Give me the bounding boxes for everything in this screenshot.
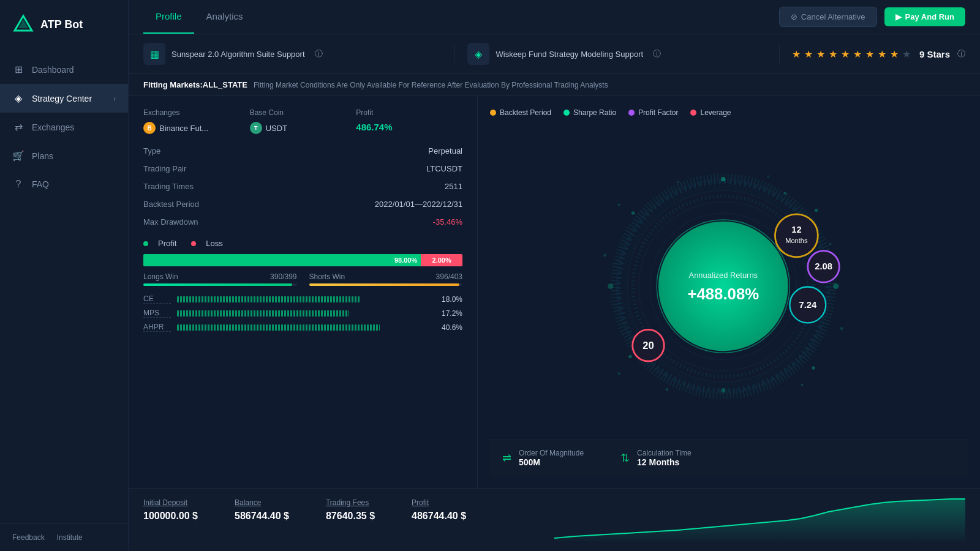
plans-icon: 🛒 — [12, 150, 24, 162]
win-legend: Profit Loss — [143, 239, 462, 248]
win-section: Profit Loss 98.00% 2.00% Longs Win 390/3… — [143, 239, 462, 332]
feedback-link[interactable]: Feedback — [12, 533, 45, 542]
sidebar-item-label-faq: FAQ — [32, 179, 116, 189]
ce-hatch — [177, 296, 360, 302]
shorts-item: Shorts Win 396/403 — [309, 272, 463, 286]
svg-point-14 — [721, 388, 725, 392]
order-magnitude-stat: ⇌ Order Of Magnitude 500M — [502, 449, 584, 467]
svg-point-11 — [815, 208, 818, 212]
fitting-label: Fitting Markets:ALL_STATE — [143, 80, 247, 89]
max-drawdown-label: Max Drawdown — [143, 217, 198, 227]
algo-info-icon-2[interactable]: ⓘ — [653, 48, 661, 59]
profit-value: 486.74% — [356, 122, 462, 132]
loss-dot — [191, 241, 196, 246]
svg-text:20: 20 — [643, 339, 654, 351]
stars-info-icon[interactable]: ⓘ — [957, 48, 965, 59]
svg-point-13 — [812, 366, 815, 370]
chart-legend: Backtest Period Sharpe Ratio Profit Fact… — [490, 108, 968, 117]
pay-and-run-button[interactable]: ▶ Pay And Run — [884, 7, 965, 26]
svg-point-21 — [840, 327, 843, 330]
sidebar-item-dashboard[interactable]: ⊞ Dashboard — [0, 55, 128, 84]
pay-icon: ▶ — [895, 12, 902, 21]
mps-label[interactable]: MPS — [143, 309, 171, 318]
trading-fees-label[interactable]: Trading Fees — [326, 498, 375, 507]
usdt-icon: T — [250, 122, 262, 134]
balance-value: 586744.40 $ — [235, 511, 289, 522]
profit-legend-label: Profit — [158, 239, 176, 248]
cancel-icon: ⊘ — [791, 12, 797, 21]
exchanges-col: Exchanges B Binance Fut... — [143, 108, 250, 134]
sidebar-item-exchanges[interactable]: ⇄ Exchanges — [0, 113, 128, 141]
main-content: Profile Analytics ⊘ Cancel Alternative ▶… — [129, 0, 980, 551]
sidebar-item-plans[interactable]: 🛒 Plans — [0, 141, 128, 170]
svg-text:12: 12 — [791, 225, 801, 234]
sidebar-item-label-dashboard: Dashboard — [32, 65, 116, 75]
svg-point-16 — [608, 283, 613, 289]
longs-bar-bg — [143, 283, 297, 286]
balance-item: Balance 586744.40 $ — [235, 498, 289, 522]
right-panel: Backtest Period Sharpe Ratio Profit Fact… — [478, 96, 980, 488]
header-actions: ⊘ Cancel Alternative ▶ Pay And Run — [779, 7, 965, 27]
longs-label: Longs Win — [143, 272, 178, 281]
mps-metric: MPS 17.2% — [143, 309, 462, 318]
algo-info-icon-1[interactable]: ⓘ — [315, 48, 323, 59]
svg-point-20 — [829, 242, 832, 245]
algo-card-1: ▦ Sunspear 2.0 Algorithm Suite Support ⓘ — [143, 43, 442, 65]
profit-bar-fill: 98.00% — [143, 254, 421, 266]
left-panel: Exchanges B Binance Fut... Base Coin T U… — [129, 96, 478, 488]
tab-analytics[interactable]: Analytics — [194, 0, 255, 34]
ahpr-hatch — [177, 324, 380, 331]
fitting-bar: Fitting Markets:ALL_STATE Fitting Market… — [129, 74, 980, 96]
metrics: CE 18.0% MPS 17.2% AHPR — [143, 294, 462, 332]
initial-deposit-label[interactable]: Initial Deposit — [143, 498, 198, 507]
svg-point-24 — [618, 372, 620, 375]
svg-point-19 — [677, 181, 679, 183]
cancel-alternative-button[interactable]: ⊘ Cancel Alternative — [779, 7, 877, 27]
exchange-row: B Binance Fut... — [143, 122, 250, 134]
chevron-right-icon: › — [113, 95, 116, 102]
exchange-value: Binance Fut... — [159, 124, 208, 133]
algo-row: ▦ Sunspear 2.0 Algorithm Suite Support ⓘ… — [129, 34, 980, 74]
sidebar-footer: Feedback Institute — [0, 523, 128, 551]
algo-card-2: ◈ Wiskeep Fund Strategy Modeling Support… — [467, 43, 766, 65]
backtest-period-row: Backtest Period 2022/01/01—2022/12/31 — [143, 200, 462, 209]
svg-point-18 — [784, 192, 787, 195]
algo-divider — [454, 45, 455, 63]
order-magnitude-icon: ⇌ — [502, 451, 511, 465]
binance-icon: B — [143, 122, 156, 134]
algo-name-1: Sunspear 2.0 Algorithm Suite Support — [172, 50, 305, 59]
mps-value: 17.2% — [442, 309, 462, 318]
trading-pair-label: Trading Pair — [143, 164, 186, 173]
shorts-label-row: Shorts Win 396/403 — [309, 272, 463, 281]
balance-label[interactable]: Balance — [235, 498, 289, 507]
tab-profile[interactable]: Profile — [143, 0, 194, 34]
trading-times-row: Trading Times 2511 — [143, 182, 462, 191]
algo-name-2: Wiskeep Fund Strategy Modeling Support — [496, 50, 643, 59]
svg-point-27 — [767, 175, 770, 178]
sidebar-item-faq[interactable]: ? FAQ — [0, 170, 128, 198]
sidebar-item-strategy-center[interactable]: ◈ Strategy Center › — [0, 84, 128, 113]
profit-loss-bar: 98.00% 2.00% — [143, 254, 462, 266]
ahpr-label[interactable]: AHPR — [143, 323, 171, 332]
star-8: ★ — [878, 48, 886, 60]
svg-text:Months: Months — [785, 236, 808, 244]
stars-section: ★ ★ ★ ★ ★ ★ ★ ★ ★ ★ 9 Stars ⓘ — [792, 48, 965, 60]
ce-value: 18.0% — [442, 295, 462, 304]
algo-divider-2 — [779, 45, 780, 63]
institute-link[interactable]: Institute — [57, 533, 83, 542]
algo-icon-1: ▦ — [143, 43, 165, 65]
longs-value: 390/399 — [270, 272, 296, 281]
profit-factor-dot — [628, 110, 635, 116]
star-5: ★ — [841, 48, 850, 60]
atp-logo-icon — [12, 13, 34, 36]
svg-point-22 — [801, 383, 804, 386]
svg-point-17 — [631, 211, 635, 215]
max-drawdown-row: Max Drawdown -35.46% — [143, 217, 462, 227]
exchanges-header: Exchanges — [143, 108, 250, 117]
trading-fees-value: 87640.35 $ — [326, 511, 375, 522]
profit-factor-legend: Profit Factor — [638, 108, 678, 117]
svg-point-32 — [775, 214, 818, 257]
star-count: 9 Stars — [919, 49, 950, 59]
profit-metric-label[interactable]: Profit — [412, 498, 466, 507]
ce-label[interactable]: CE — [143, 294, 171, 304]
